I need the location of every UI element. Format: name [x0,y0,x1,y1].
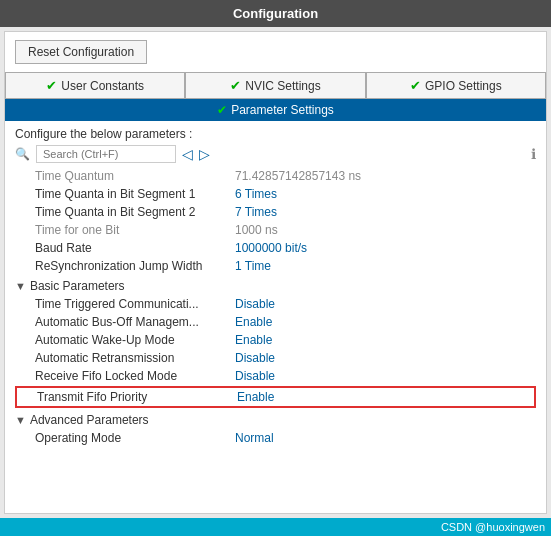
check-icon-nvic: ✔ [230,78,241,93]
search-input[interactable] [36,145,176,163]
tab-gpio-settings[interactable]: ✔ GPIO Settings [366,72,546,99]
param-row-auto-wakeup: Automatic Wake-Up Mode Enable [15,331,536,349]
reset-config-button[interactable]: Reset Configuration [15,40,147,64]
tab-nvic-label: NVIC Settings [245,79,320,93]
param-row-transmit-fifo-highlighted: Transmit Fifo Priority Enable [15,386,536,408]
config-header: Configuration [0,0,551,27]
section-basic-label: Basic Parameters [30,279,125,293]
param-row-receive-fifo: Receive Fifo Locked Mode Disable [15,367,536,385]
param-name-auto-bus-off: Automatic Bus-Off Managem... [15,315,235,329]
param-name-time-quanta-seg1: Time Quanta in Bit Segment 1 [15,187,235,201]
params-table: Time Quantum 71.42857142857143 ns Time Q… [5,167,546,513]
param-name-operating-mode: Operating Mode [15,431,235,445]
param-row-time-quanta-seg1: Time Quanta in Bit Segment 1 6 Times [15,185,536,203]
param-row-time-triggered: Time Triggered Communicati... Disable [15,295,536,313]
tab-user-constants[interactable]: ✔ User Constants [5,72,185,99]
header-title: Configuration [233,6,318,21]
param-value-time-triggered: Disable [235,297,536,311]
tab-user-constants-label: User Constants [61,79,144,93]
param-value-time-quantum: 71.42857142857143 ns [235,169,536,183]
search-row: 🔍 ◁ ▷ ℹ [5,143,546,167]
configure-label: Configure the below parameters : [5,121,546,143]
param-value-auto-wakeup: Enable [235,333,536,347]
param-name-time-triggered: Time Triggered Communicati... [15,297,235,311]
param-value-operating-mode: Normal [235,431,536,445]
param-row-time-quantum: Time Quantum 71.42857142857143 ns [15,167,536,185]
param-name-baud-rate: Baud Rate [15,241,235,255]
param-name-auto-retrans: Automatic Retransmission [15,351,235,365]
chevron-basic-params: ▼ [15,280,26,292]
param-row-auto-bus-off: Automatic Bus-Off Managem... Enable [15,313,536,331]
nav-prev-icon[interactable]: ◁ [182,146,193,162]
param-value-auto-retrans: Disable [235,351,536,365]
param-row-time-quanta-seg2: Time Quanta in Bit Segment 2 7 Times [15,203,536,221]
param-name-auto-wakeup: Automatic Wake-Up Mode [15,333,235,347]
param-value-time-one-bit: 1000 ns [235,223,536,237]
param-name-time-one-bit: Time for one Bit [15,223,235,237]
tabs-row: ✔ User Constants ✔ NVIC Settings ✔ GPIO … [5,72,546,99]
info-icon[interactable]: ℹ [531,146,536,162]
param-name-resync: ReSynchronization Jump Width [15,259,235,273]
param-value-receive-fifo: Disable [235,369,536,383]
param-value-baud-rate: 1000000 bit/s [235,241,536,255]
param-value-time-quanta-seg1: 6 Times [235,187,536,201]
reset-btn-row: Reset Configuration [5,32,546,72]
search-icon: 🔍 [15,147,30,161]
param-value-auto-bus-off: Enable [235,315,536,329]
param-row-auto-retrans: Automatic Retransmission Disable [15,349,536,367]
nav-next-icon[interactable]: ▷ [199,146,210,162]
param-name-transmit-fifo: Transmit Fifo Priority [17,390,237,404]
section-advanced-parameters[interactable]: ▼ Advanced Parameters [15,409,536,429]
chevron-advanced-params: ▼ [15,414,26,426]
watermark-text: CSDN @huoxingwen [441,521,545,533]
param-value-resync: 1 Time [235,259,536,273]
param-name-receive-fifo: Receive Fifo Locked Mode [15,369,235,383]
param-settings-label: Parameter Settings [231,103,334,117]
param-name-time-quantum: Time Quantum [15,169,235,183]
check-icon-gpio: ✔ [410,78,421,93]
check-icon-param: ✔ [217,103,227,117]
tab-nvic-settings[interactable]: ✔ NVIC Settings [185,72,365,99]
param-row-time-one-bit: Time for one Bit 1000 ns [15,221,536,239]
watermark: CSDN @huoxingwen [0,518,551,536]
param-name-time-quanta-seg2: Time Quanta in Bit Segment 2 [15,205,235,219]
param-row-baud-rate: Baud Rate 1000000 bit/s [15,239,536,257]
section-advanced-label: Advanced Parameters [30,413,149,427]
param-value-time-quanta-seg2: 7 Times [235,205,536,219]
param-row-operating-mode: Operating Mode Normal [15,429,536,447]
tab-gpio-label: GPIO Settings [425,79,502,93]
param-settings-bar[interactable]: ✔ Parameter Settings [5,99,546,121]
section-basic-parameters[interactable]: ▼ Basic Parameters [15,275,536,295]
param-row-resync: ReSynchronization Jump Width 1 Time [15,257,536,275]
check-icon-user-constants: ✔ [46,78,57,93]
configure-label-text: Configure the below parameters : [15,127,192,141]
param-value-transmit-fifo: Enable [237,390,534,404]
